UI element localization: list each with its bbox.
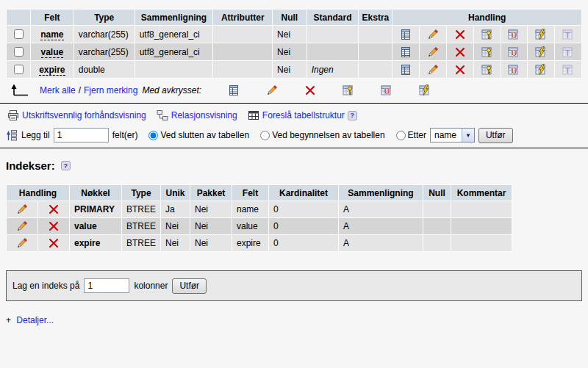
uncheck-all-link[interactable]: Fjern merking: [84, 85, 137, 95]
idx-edit[interactable]: [7, 235, 37, 251]
selected-unique-button[interactable]: [381, 84, 392, 96]
idx-null: [423, 218, 451, 234]
idx-drop[interactable]: [38, 201, 69, 217]
radio-at-end[interactable]: [148, 131, 158, 140]
idx-null: [423, 235, 451, 251]
col-header-felt: Felt: [31, 10, 74, 25]
field-extra: [359, 61, 392, 78]
action-fulltext: [555, 26, 581, 43]
index-lightning-icon: [535, 29, 547, 40]
action-drop[interactable]: [447, 61, 473, 78]
idx-header-kardinalitet: Kardinalitet: [269, 185, 338, 201]
row-checkbox[interactable]: [14, 47, 24, 57]
field-extra: [359, 26, 392, 43]
create-index-go-button[interactable]: Utfør: [172, 278, 207, 294]
action-drop[interactable]: [447, 26, 473, 43]
action-primary[interactable]: [474, 61, 501, 78]
idx-type: BTREE: [122, 235, 160, 251]
idx-collation: A: [339, 201, 423, 217]
help-icon[interactable]: ?: [61, 161, 71, 170]
printer-icon: [7, 109, 19, 121]
field-attributes: [213, 61, 272, 78]
idx-edit[interactable]: [7, 201, 37, 217]
field-extra: [359, 43, 392, 60]
idx-header-kommentar: Kommentar: [451, 185, 512, 201]
idx-type: BTREE: [122, 218, 160, 234]
fields-table: Felt Type Sammenligning Attributter Null…: [6, 9, 582, 79]
print-view-link[interactable]: Utskriftsvennlig forhåndsvisning: [22, 110, 146, 120]
field-null: Nei: [273, 43, 306, 60]
row-checkbox[interactable]: [14, 29, 24, 39]
print-view-group[interactable]: Utskriftsvennlig forhåndsvisning: [7, 109, 146, 121]
index-lightning-icon: [535, 64, 547, 76]
idx-keyname: PRIMARY: [74, 204, 115, 214]
idx-header-nokkel: Nøkkel: [70, 185, 121, 201]
idx-edit[interactable]: [7, 218, 37, 234]
field-collation: [135, 61, 213, 78]
action-edit[interactable]: [420, 43, 446, 60]
action-browse[interactable]: [392, 43, 419, 60]
details-link[interactable]: Detaljer...: [16, 315, 54, 325]
idx-drop[interactable]: [38, 235, 69, 251]
row-checkbox[interactable]: [14, 65, 24, 74]
idx-comment: [451, 201, 512, 217]
action-index[interactable]: [528, 43, 554, 60]
idx-unique: Nei: [161, 235, 190, 251]
create-index-count-input[interactable]: [84, 278, 129, 293]
idx-drop[interactable]: [38, 218, 69, 234]
selected-edit-button[interactable]: [266, 84, 278, 96]
propose-structure-group[interactable]: Foreslå tabellstruktur ?: [248, 109, 357, 121]
selected-browse-button[interactable]: [228, 84, 240, 96]
action-drop[interactable]: [447, 43, 473, 60]
field-collation: utf8_general_ci: [135, 26, 213, 43]
add-field-count-input[interactable]: [54, 128, 109, 142]
idx-cardinality: 0: [269, 235, 338, 251]
propose-structure-link[interactable]: Foreslå tabellstruktur: [262, 110, 345, 120]
action-browse[interactable]: [392, 61, 419, 78]
action-unique[interactable]: [501, 61, 528, 78]
action-edit[interactable]: [420, 26, 446, 43]
field-null: Nei: [273, 26, 306, 43]
browse-icon: [228, 84, 240, 96]
check-all-link[interactable]: Merk alle: [40, 85, 76, 95]
action-primary[interactable]: [474, 43, 501, 60]
browse-icon: [400, 46, 412, 58]
idx-field: value: [232, 218, 268, 234]
action-browse[interactable]: [392, 26, 419, 43]
table-structure-icon: [248, 109, 259, 121]
radio-at-begin[interactable]: [260, 131, 270, 140]
create-index-label: Lag en indeks på: [12, 281, 79, 291]
action-unique[interactable]: [501, 26, 528, 43]
fulltext-icon: [562, 29, 574, 40]
indexes-heading: Indekser: ?: [6, 159, 582, 172]
action-unique[interactable]: [501, 43, 528, 60]
relation-view-group[interactable]: Relasjonsvisning: [157, 109, 237, 121]
indexes-title-text: Indekser:: [6, 159, 55, 172]
idx-comment: [451, 218, 512, 234]
selected-primary-button[interactable]: [343, 84, 354, 96]
action-index[interactable]: [528, 26, 554, 43]
action-edit[interactable]: [420, 61, 446, 78]
edit-pencil-icon: [16, 237, 28, 249]
create-index-fieldset: Lag en indeks på kolonner Utfør: [6, 270, 582, 301]
primary-key-icon: [481, 29, 493, 40]
edit-pencil-icon: [266, 84, 278, 96]
selected-drop-button[interactable]: [304, 84, 316, 96]
checkbox-column-header: [7, 10, 30, 25]
idx-header-pakket: Pakket: [190, 185, 232, 201]
after-field-select[interactable]: name ▼: [430, 128, 475, 142]
help-icon[interactable]: ?: [348, 111, 357, 120]
action-primary[interactable]: [474, 26, 501, 43]
idx-header-felt: Felt: [232, 185, 268, 201]
action-index[interactable]: [528, 61, 554, 78]
with-selected-actions: [201, 84, 431, 96]
index-row-expire: expire BTREE Nei Nei expire 0 A: [7, 235, 512, 251]
add-field-go-button[interactable]: Utfør: [478, 128, 513, 143]
radio-after[interactable]: [396, 131, 406, 140]
relation-view-link[interactable]: Relasjonsvisning: [171, 110, 237, 120]
selected-index-button[interactable]: [419, 84, 431, 96]
drop-x-icon: [48, 220, 60, 232]
idx-unique: Ja: [161, 201, 190, 217]
radio-after-label: Etter: [408, 130, 426, 140]
unique-icon: [508, 29, 520, 40]
